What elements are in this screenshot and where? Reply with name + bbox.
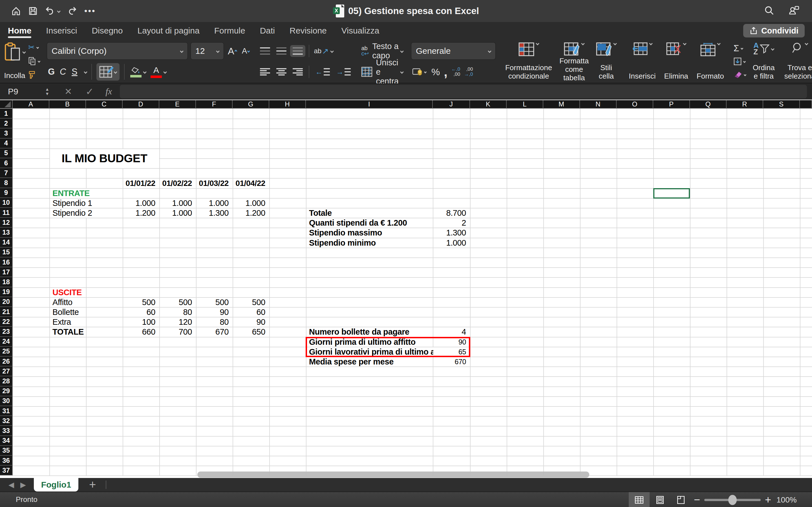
row-header-8[interactable]: 8 xyxy=(0,178,13,188)
formula-input[interactable] xyxy=(120,85,807,98)
row-header-14[interactable]: 14 xyxy=(0,238,13,247)
tab-disegno[interactable]: Disegno xyxy=(92,22,123,40)
cell-I23[interactable]: Numero bollette da pagare xyxy=(306,327,433,337)
align-center-button[interactable] xyxy=(274,66,289,78)
cell-D22[interactable]: 100 xyxy=(123,318,159,327)
cell-I13[interactable]: Stipendio massimo xyxy=(306,228,433,237)
row-header-25[interactable]: 25 xyxy=(0,347,13,356)
column-header-A[interactable]: A xyxy=(13,100,49,109)
page-break-view-button[interactable] xyxy=(670,492,691,507)
cell-E21[interactable]: 80 xyxy=(160,307,196,317)
row-header-37[interactable]: 37 xyxy=(0,466,13,475)
cell-I12[interactable]: Quanti stipendi da € 1.200 xyxy=(306,218,433,228)
cell-E10[interactable]: 1.000 xyxy=(160,199,196,208)
bold-button[interactable]: G xyxy=(47,67,56,77)
cell-G11[interactable]: 1.200 xyxy=(233,209,269,218)
cell-G8[interactable]: 01/04/22 xyxy=(233,179,269,188)
row-header-2[interactable]: 2 xyxy=(0,119,13,128)
zoom-slider-thumb[interactable] xyxy=(728,495,737,505)
row-header-10[interactable]: 10 xyxy=(0,198,13,208)
cell-E22[interactable]: 120 xyxy=(160,318,196,327)
cell-B22[interactable]: Extra xyxy=(50,318,86,327)
cell-D23[interactable]: 660 xyxy=(123,327,159,337)
row-header-29[interactable]: 29 xyxy=(0,386,13,396)
conditional-formatting-button[interactable]: Formattazionecondizionale xyxy=(502,42,555,81)
more-commands-icon[interactable]: ••• xyxy=(84,6,96,16)
cell-styles-button[interactable]: Stilicella xyxy=(593,42,619,81)
column-header-J[interactable]: J xyxy=(433,100,470,109)
row-header-7[interactable]: 7 xyxy=(0,168,13,178)
percent-style-button[interactable]: % xyxy=(432,66,440,77)
copy-button[interactable] xyxy=(28,57,40,66)
row-header-17[interactable]: 17 xyxy=(0,267,13,277)
tab-dati[interactable]: Dati xyxy=(260,22,275,40)
normal-view-button[interactable] xyxy=(629,492,650,507)
decrease-decimal-button[interactable]: ←,0,00 xyxy=(451,67,460,77)
page-layout-view-button[interactable] xyxy=(650,492,670,507)
row-header-27[interactable]: 27 xyxy=(0,367,13,376)
align-left-button[interactable] xyxy=(257,66,273,78)
paste-button[interactable]: Incolla xyxy=(4,42,26,81)
cell-I11[interactable]: Totale xyxy=(306,209,433,218)
cell-B21[interactable]: Bollette xyxy=(50,307,86,317)
row-header-4[interactable]: 4 xyxy=(0,138,13,149)
accounting-format-button[interactable] xyxy=(411,68,427,76)
merge-center-button[interactable]: ↔ Unisci e centra xyxy=(360,58,404,86)
row-header-13[interactable]: 13 xyxy=(0,228,13,237)
cell-E23[interactable]: 700 xyxy=(160,327,196,337)
underline-button[interactable]: S xyxy=(70,67,80,77)
tab-layout-di-pagina[interactable]: Layout di pagina xyxy=(137,22,199,40)
row-header-26[interactable]: 26 xyxy=(0,356,13,367)
cell-B11[interactable]: Stipendio 2 xyxy=(50,209,94,218)
align-top-button[interactable] xyxy=(257,45,273,57)
row-header-35[interactable]: 35 xyxy=(0,446,13,456)
cell-F21[interactable]: 90 xyxy=(197,307,232,317)
active-cell-P9[interactable] xyxy=(653,188,690,199)
fill-button[interactable] xyxy=(733,55,746,67)
cell-B10[interactable]: Stipendio 1 xyxy=(50,199,94,208)
row-header-32[interactable]: 32 xyxy=(0,416,13,426)
cell-E8[interactable]: 01/02/22 xyxy=(160,179,196,188)
increase-decimal-button[interactable]: ,00→,0 xyxy=(464,67,473,77)
tab-formule[interactable]: Formule xyxy=(214,22,245,40)
cell-I26[interactable]: Media spese per mese xyxy=(306,357,433,367)
row-header-22[interactable]: 22 xyxy=(0,317,13,327)
cell-J12[interactable]: 2 xyxy=(434,218,470,228)
cell-F8[interactable]: 01/03/22 xyxy=(197,179,232,188)
fill-color-button[interactable] xyxy=(129,66,147,77)
cell-F22[interactable]: 80 xyxy=(197,318,232,327)
cell-J13[interactable]: 1.300 xyxy=(434,228,470,237)
cell-B19[interactable]: USCITE xyxy=(50,288,86,297)
row-header-33[interactable]: 33 xyxy=(0,426,13,436)
font-color-button[interactable]: A xyxy=(149,66,167,78)
autosum-button[interactable]: Σ xyxy=(733,42,746,54)
cell-G20[interactable]: 500 xyxy=(233,298,269,307)
font-size-select[interactable]: 12 xyxy=(191,42,224,60)
row-header-31[interactable]: 31 xyxy=(0,406,13,416)
cell-B20[interactable]: Affitto xyxy=(50,298,86,307)
row-header-11[interactable]: 11 xyxy=(0,208,13,218)
row-header-21[interactable]: 21 xyxy=(0,307,13,317)
cell-G22[interactable]: 90 xyxy=(233,318,269,327)
column-header-K[interactable]: K xyxy=(470,100,507,109)
cell-G10[interactable]: 1.000 xyxy=(233,199,269,208)
number-format-select[interactable]: Generale xyxy=(411,42,496,60)
name-box[interactable]: P9 xyxy=(0,87,45,96)
font-name-select[interactable]: Calibri (Corpo) xyxy=(47,42,188,60)
name-box-spinner[interactable]: ▲▼ xyxy=(45,88,49,96)
cell-D21[interactable]: 60 xyxy=(123,307,159,317)
sheet-tab-foglio1[interactable]: Foglio1 xyxy=(34,478,79,492)
column-header-O[interactable]: O xyxy=(617,100,653,109)
column-header-R[interactable]: R xyxy=(726,100,763,109)
cell-F10[interactable]: 1.000 xyxy=(197,199,232,208)
insert-cells-button[interactable]: Inserisci xyxy=(626,42,658,81)
cell-B5[interactable]: IL MIO BUDGET xyxy=(50,149,159,168)
cell-G21[interactable]: 60 xyxy=(233,307,269,317)
prev-sheet-icon[interactable]: ◀ xyxy=(8,481,14,489)
column-header-P[interactable]: P xyxy=(653,100,690,109)
cell-J23[interactable]: 4 xyxy=(434,327,470,337)
cell-J11[interactable]: 8.700 xyxy=(434,209,470,218)
row-header-24[interactable]: 24 xyxy=(0,337,13,347)
tab-revisione[interactable]: Revisione xyxy=(290,22,327,40)
borders-button[interactable] xyxy=(96,63,119,80)
